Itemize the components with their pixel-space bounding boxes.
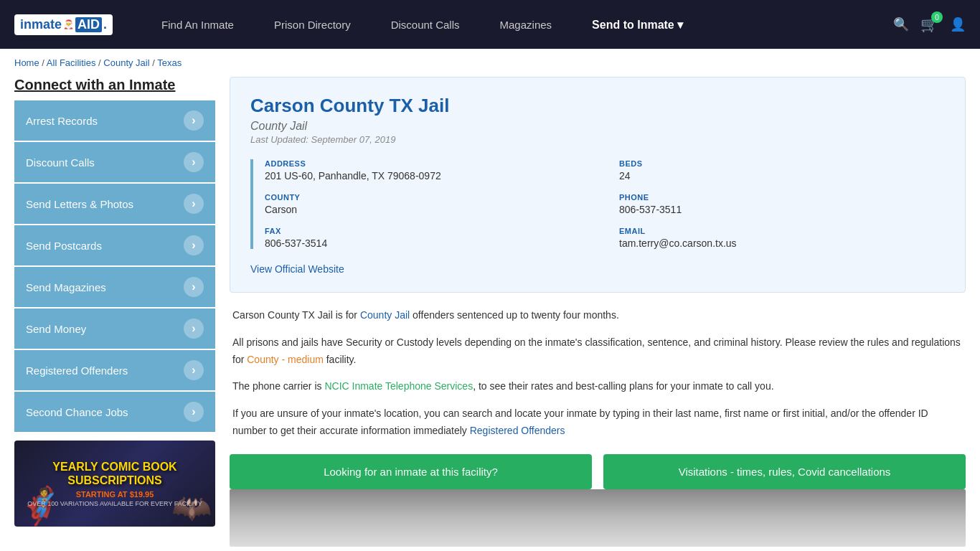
facility-grid: ADDRESS 201 US-60, Panhandle, TX 79068-0… — [250, 159, 945, 249]
arrow-icon: › — [184, 235, 204, 255]
sidebar-item-label: Arrest Records — [26, 115, 98, 127]
desc-para4: If you are unsure of your inmate's locat… — [232, 405, 963, 440]
search-icon[interactable]: 🔍 — [893, 17, 909, 32]
facility-card: Carson County TX Jail County Jail Last U… — [230, 77, 966, 293]
sidebar-menu: Arrest Records › Discount Calls › Send L… — [14, 100, 215, 432]
logo-dot: . — [103, 17, 107, 32]
user-icon[interactable]: 👤 — [950, 17, 966, 32]
ad-note: OVER 100 VARIATIONS AVAILABLE FOR EVERY … — [27, 500, 202, 507]
ad-subtitle: STARTING AT $19.95 — [76, 490, 154, 499]
facility-email-block: EMAIL tam.terry@co.carson.tx.us — [619, 227, 945, 249]
breadcrumb-county-jail[interactable]: County Jail — [103, 57, 149, 68]
sidebar-item-send-letters[interactable]: Send Letters & Photos › — [14, 184, 215, 224]
sidebar-item-label: Discount Calls — [26, 156, 95, 169]
sidebar-item-label: Registered Offenders — [26, 364, 128, 377]
sidebar-item-registered-offenders[interactable]: Registered Offenders › — [14, 350, 215, 390]
nav-right: 🔍 🛒 0 👤 — [893, 16, 966, 33]
logo-text-aid: AID — [75, 17, 102, 32]
desc-para3-after: , to see their rates and best-calling pl… — [473, 380, 773, 392]
arrow-icon: › — [184, 402, 204, 422]
arrow-icon: › — [184, 152, 204, 172]
email-label: EMAIL — [619, 227, 945, 235]
sidebar-item-label: Send Letters & Photos — [26, 198, 133, 210]
sidebar-item-send-magazines[interactable]: Send Magazines › — [14, 267, 215, 307]
email-value: tam.terry@co.carson.tx.us — [619, 237, 945, 249]
logo[interactable]: inmate 🎅 AID . — [14, 14, 113, 35]
sidebar-item-label: Second Chance Jobs — [26, 406, 128, 418]
arrow-icon: › — [184, 360, 204, 380]
address-label: ADDRESS — [265, 159, 590, 168]
address-value: 201 US-60, Panhandle, TX 79068-0972 — [265, 170, 590, 182]
county-jail-link1[interactable]: County Jail — [360, 309, 410, 321]
nav-send-to-inmate[interactable]: Send to Inmate ▾ — [572, 0, 703, 49]
looking-for-inmate-button[interactable]: Looking for an inmate at this facility? — [230, 454, 592, 489]
sidebar: Connect with an Inmate Arrest Records › … — [14, 77, 215, 547]
nav-discount-calls[interactable]: Discount Calls — [371, 0, 480, 49]
sidebar-ad[interactable]: 🦸 🦇 YEARLY COMIC BOOKSUBSCRIPTIONS START… — [14, 441, 215, 527]
visitations-button[interactable]: Visitations - times, rules, Covid cancel… — [603, 454, 966, 489]
logo-icon: 🎅 — [63, 19, 74, 29]
beds-label: BEDS — [619, 159, 945, 168]
phone-value: 806-537-3511 — [619, 204, 945, 215]
desc-para1-before: Carson County TX Jail is for — [232, 309, 360, 321]
facility-beds-block: BEDS 24 — [619, 159, 945, 182]
sidebar-item-send-money[interactable]: Send Money › — [14, 309, 215, 349]
phone-label: PHONE — [619, 193, 945, 202]
sidebar-item-arrest-records[interactable]: Arrest Records › — [14, 100, 215, 141]
sidebar-item-second-chance-jobs[interactable]: Second Chance Jobs › — [14, 392, 215, 432]
breadcrumb-home[interactable]: Home — [14, 57, 39, 68]
county-value: Carson — [265, 204, 590, 215]
desc-para1: Carson County TX Jail is for County Jail… — [232, 307, 963, 324]
sidebar-item-label: Send Magazines — [26, 281, 106, 293]
fax-label: FAX — [265, 227, 590, 235]
arrow-icon: › — [184, 319, 204, 339]
sidebar-item-label: Send Postcards — [26, 240, 102, 252]
desc-para2-after: facility. — [324, 354, 357, 365]
facility-updated: Last Updated: September 07, 2019 — [250, 134, 945, 145]
navbar: inmate 🎅 AID . Find An Inmate Prison Dir… — [0, 0, 980, 49]
facility-county-block: COUNTY Carson — [265, 193, 590, 215]
action-buttons: Looking for an inmate at this facility? … — [230, 454, 966, 489]
desc-para2: All prisons and jails have Security or C… — [232, 334, 963, 369]
description: Carson County TX Jail is for County Jail… — [230, 307, 966, 440]
breadcrumb-all-facilities[interactable]: All Facilities — [47, 57, 96, 68]
facility-website-link[interactable]: View Official Website — [250, 263, 945, 275]
desc-para3: The phone carrier is NCIC Inmate Telepho… — [232, 378, 963, 395]
content-area: Carson County TX Jail County Jail Last U… — [230, 77, 966, 547]
breadcrumb: Home / All Facilities / County Jail / Te… — [0, 49, 980, 77]
main-container: Connect with an Inmate Arrest Records › … — [0, 77, 980, 551]
cart-badge: 0 — [931, 11, 943, 23]
sidebar-item-discount-calls[interactable]: Discount Calls › — [14, 142, 215, 182]
nav-find-inmate[interactable]: Find An Inmate — [141, 0, 254, 49]
arrow-icon: › — [184, 110, 204, 131]
registered-offenders-link[interactable]: Registered Offenders — [470, 425, 565, 436]
hero-batman-icon: 🦇 — [171, 489, 212, 527]
facility-name: Carson County TX Jail — [250, 95, 945, 117]
desc-para3-before: The phone carrier is — [232, 380, 324, 392]
ad-title: YEARLY COMIC BOOKSUBSCRIPTIONS — [52, 460, 176, 487]
desc-para4-before: If you are unsure of your inmate's locat… — [232, 408, 928, 436]
county-medium-link[interactable]: County - medium — [247, 354, 324, 365]
sidebar-item-label: Send Money — [26, 323, 86, 335]
nav-links: Find An Inmate Prison Directory Discount… — [141, 0, 893, 49]
facility-type: County Jail — [250, 120, 945, 133]
nav-magazines[interactable]: Magazines — [480, 0, 573, 49]
facility-address-block: ADDRESS 201 US-60, Panhandle, TX 79068-0… — [265, 159, 590, 182]
beds-value: 24 — [619, 170, 945, 182]
cart-button[interactable]: 🛒 0 — [920, 16, 938, 33]
arrow-icon: › — [184, 194, 204, 214]
sidebar-item-send-postcards[interactable]: Send Postcards › — [14, 225, 215, 265]
footer-landscape-image — [230, 489, 966, 547]
desc-para1-after: offenders sentenced up to twenty four mo… — [410, 309, 619, 321]
sidebar-title: Connect with an Inmate — [14, 77, 215, 93]
facility-fax-block: FAX 806-537-3514 — [265, 227, 590, 249]
fax-value: 806-537-3514 — [265, 237, 590, 249]
nav-prison-directory[interactable]: Prison Directory — [254, 0, 371, 49]
logo-text-inmate: inmate — [20, 17, 62, 32]
facility-phone-block: PHONE 806-537-3511 — [619, 193, 945, 215]
arrow-icon: › — [184, 277, 204, 297]
county-label: COUNTY — [265, 193, 590, 202]
ncic-link[interactable]: NCIC Inmate Telephone Services — [324, 380, 473, 392]
breadcrumb-state[interactable]: Texas — [157, 57, 182, 68]
